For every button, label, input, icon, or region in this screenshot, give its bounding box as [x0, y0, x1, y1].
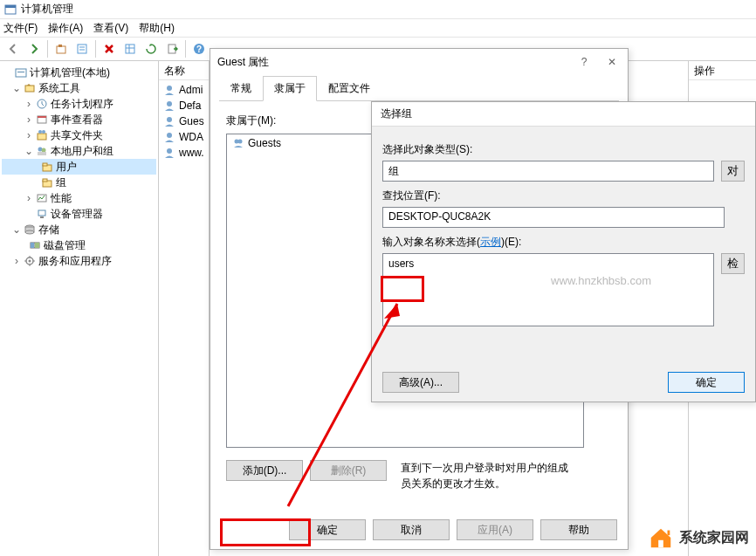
- dialog-title: Guest 属性: [217, 55, 269, 70]
- close-icon[interactable]: ✕: [603, 56, 621, 68]
- svg-text:?: ?: [196, 45, 202, 54]
- user-icon: [162, 130, 176, 144]
- svg-rect-7: [126, 45, 134, 53]
- membership-note: 直到下一次用户登录时对用户的组成员关系的更改才生效。: [401, 460, 575, 491]
- back-button[interactable]: [3, 39, 23, 58]
- tree-task-scheduler[interactable]: ›任务计划程序: [2, 96, 156, 112]
- svg-rect-13: [16, 69, 26, 77]
- svg-rect-29: [38, 195, 46, 202]
- svg-rect-3: [58, 45, 62, 47]
- svg-rect-31: [40, 216, 44, 218]
- svg-rect-24: [38, 152, 46, 155]
- svg-point-23: [42, 148, 46, 153]
- window-title: 计算机管理: [21, 2, 73, 17]
- svg-point-44: [167, 148, 172, 154]
- tree-groups[interactable]: 组: [2, 175, 156, 190]
- menu-help[interactable]: 帮助(H): [139, 21, 175, 36]
- help-icon[interactable]: ?: [575, 56, 593, 68]
- app-icon: [3, 3, 17, 17]
- apply-button[interactable]: 应用(A): [457, 519, 533, 540]
- delete-button[interactable]: [100, 39, 119, 58]
- user-icon: [162, 99, 176, 113]
- cancel-button[interactable]: 取消: [373, 519, 450, 540]
- svg-rect-19: [38, 134, 46, 140]
- list-row[interactable]: Defa: [159, 98, 209, 113]
- svg-rect-14: [17, 72, 24, 72]
- navigation-tree[interactable]: 计算机管理(本地) ⌄系统工具 ›任务计划程序 ›事件查看器 ›共享文件夹 ⌄本…: [0, 61, 159, 556]
- svg-rect-1: [5, 5, 16, 8]
- svg-point-43: [167, 133, 172, 138]
- tab-general[interactable]: 常规: [219, 76, 263, 101]
- select-groups-dialog: 选择组 选择此对象类型(S): 组 对 查找位置(F): DESKTOP-QUC…: [371, 101, 756, 402]
- object-type-field[interactable]: 组: [382, 161, 714, 182]
- svg-point-39: [29, 260, 31, 263]
- tree-device-manager[interactable]: 设备管理器: [2, 206, 156, 222]
- user-icon: [162, 114, 176, 128]
- list-row[interactable]: WDA: [159, 129, 209, 145]
- svg-point-40: [167, 86, 172, 91]
- tab-member-of[interactable]: 隶属于: [263, 76, 317, 101]
- svg-rect-36: [31, 243, 34, 248]
- svg-point-42: [167, 117, 172, 122]
- svg-point-34: [25, 230, 34, 234]
- check-names-button[interactable]: 检: [721, 253, 745, 274]
- tree-event-viewer[interactable]: ›事件查看器: [2, 112, 156, 127]
- tree-local-users-groups[interactable]: ⌄本地用户和组: [2, 143, 156, 159]
- location-field[interactable]: DESKTOP-QUC8A2K: [382, 207, 725, 228]
- add-button[interactable]: 添加(D)...: [226, 460, 303, 481]
- house-icon: [648, 525, 674, 551]
- select-ok-button[interactable]: 确定: [668, 372, 745, 393]
- forward-button[interactable]: [24, 39, 44, 58]
- list-row[interactable]: Gues: [159, 113, 209, 129]
- list-row[interactable]: www.: [159, 145, 209, 161]
- svg-rect-15: [25, 86, 34, 92]
- remove-button[interactable]: 删除(R): [310, 460, 387, 481]
- user-icon: [162, 146, 176, 160]
- export-button[interactable]: [162, 39, 182, 58]
- tree-storage[interactable]: ⌄存储: [2, 222, 156, 237]
- refresh-button[interactable]: [141, 39, 161, 58]
- svg-rect-50: [668, 531, 670, 536]
- logo-text: 系统家园网: [679, 529, 749, 547]
- svg-rect-4: [78, 45, 86, 53]
- tab-profile[interactable]: 配置文件: [317, 76, 381, 101]
- ok-button[interactable]: 确定: [289, 519, 366, 540]
- tree-system-tools[interactable]: ⌄系统工具: [2, 80, 156, 96]
- tree-performance[interactable]: ›性能: [2, 190, 156, 206]
- tree-root[interactable]: 计算机管理(本地): [2, 65, 156, 80]
- list-row[interactable]: Admi: [159, 82, 209, 98]
- advanced-button[interactable]: 高级(A)...: [382, 372, 459, 393]
- user-icon: [162, 83, 176, 97]
- up-button[interactable]: [52, 39, 71, 58]
- menu-bar: 文件(F) 操作(A) 查看(V) 帮助(H): [0, 19, 756, 37]
- svg-point-21: [42, 130, 45, 134]
- svg-point-46: [238, 140, 243, 144]
- site-logo: 系统家园网: [648, 525, 749, 551]
- svg-rect-49: [658, 540, 663, 547]
- help-button[interactable]: 帮助: [540, 519, 617, 540]
- svg-rect-2: [57, 46, 65, 53]
- svg-rect-37: [35, 243, 39, 248]
- list-header-name[interactable]: 名称: [159, 61, 209, 80]
- list-button[interactable]: [120, 39, 140, 58]
- menu-view[interactable]: 查看(V): [93, 21, 128, 36]
- tree-users[interactable]: 用户: [2, 159, 156, 175]
- help-button[interactable]: ?: [189, 39, 209, 58]
- menu-action[interactable]: 操作(A): [48, 21, 83, 36]
- group-icon: [232, 137, 244, 149]
- tree-services-apps[interactable]: ›服务和应用程序: [2, 253, 156, 269]
- examples-link[interactable]: 示例: [480, 236, 501, 248]
- object-types-button[interactable]: 对: [721, 161, 745, 182]
- tree-shared-folders[interactable]: ›共享文件夹: [2, 127, 156, 143]
- location-label: 查找位置(F):: [382, 189, 745, 203]
- object-type-label: 选择此对象类型(S):: [382, 142, 745, 157]
- tree-disk-management[interactable]: 磁盘管理: [2, 237, 156, 253]
- svg-point-20: [38, 130, 42, 134]
- object-names-input[interactable]: [382, 253, 714, 326]
- svg-rect-18: [38, 116, 46, 118]
- dialog-tabs: 常规 隶属于 配置文件: [219, 75, 619, 101]
- menu-file[interactable]: 文件(F): [3, 21, 38, 36]
- properties-button[interactable]: [72, 39, 92, 58]
- user-list-panel: 名称 Admi Defa Gues WDA www.: [159, 61, 210, 556]
- svg-rect-26: [43, 163, 47, 166]
